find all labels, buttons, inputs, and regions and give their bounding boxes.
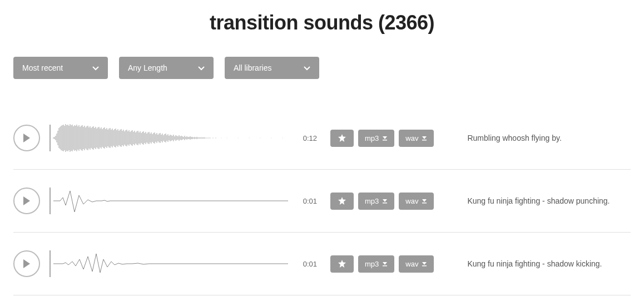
sound-row: 0:01 mp3 wav Kung fu ninja fighting - sh…: [13, 170, 631, 233]
download-mp3-button[interactable]: mp3: [358, 255, 394, 273]
chevron-down-icon: [304, 63, 310, 72]
wav-label: wav: [405, 260, 418, 268]
sound-description: Kung fu ninja fighting - shadow kicking.: [467, 259, 631, 268]
download-icon: [422, 198, 427, 204]
star-icon: [338, 260, 346, 268]
download-wav-button[interactable]: wav: [399, 193, 434, 210]
chevron-down-icon: [92, 63, 99, 72]
mp3-label: mp3: [365, 260, 379, 268]
action-buttons: mp3 wav: [330, 130, 434, 147]
sound-list: 0:12 mp3 wav Rumbling whoosh flying by.: [13, 107, 631, 295]
wav-label: wav: [405, 197, 418, 205]
sort-filter[interactable]: Most recent: [13, 57, 108, 79]
download-wav-button[interactable]: wav: [399, 255, 434, 273]
download-icon: [422, 135, 427, 141]
length-filter[interactable]: Any Length: [119, 57, 214, 79]
svg-rect-159: [422, 265, 427, 267]
svg-rect-152: [383, 140, 387, 141]
chevron-down-icon: [198, 63, 205, 72]
duration: 0:01: [295, 260, 317, 268]
download-mp3-button[interactable]: mp3: [358, 130, 394, 147]
wav-label: wav: [405, 134, 418, 142]
duration: 0:12: [295, 134, 317, 142]
sound-description: Kung fu ninja fighting - shadow punching…: [467, 196, 631, 205]
favorite-button[interactable]: [330, 193, 354, 210]
download-icon: [382, 261, 388, 267]
svg-rect-153: [422, 140, 427, 141]
svg-rect-155: [383, 203, 387, 204]
sound-description: Rumbling whoosh flying by.: [467, 134, 631, 142]
sort-filter-label: Most recent: [22, 63, 63, 72]
library-filter-label: All libraries: [234, 63, 271, 72]
action-buttons: mp3 wav: [330, 255, 434, 273]
download-mp3-button[interactable]: mp3: [358, 193, 394, 210]
play-button[interactable]: [13, 250, 40, 277]
waveform[interactable]: [49, 248, 288, 279]
waveform[interactable]: [49, 122, 288, 154]
play-icon: [22, 259, 31, 269]
svg-rect-158: [383, 265, 387, 267]
play-button[interactable]: [13, 188, 40, 214]
star-icon: [338, 197, 346, 205]
favorite-button[interactable]: [330, 130, 354, 147]
favorite-button[interactable]: [330, 255, 354, 273]
play-button[interactable]: [13, 125, 40, 151]
filter-bar: Most recent Any Length All libraries: [13, 57, 631, 79]
download-wav-button[interactable]: wav: [399, 130, 434, 147]
waveform[interactable]: [49, 185, 288, 216]
library-filter[interactable]: All libraries: [225, 57, 319, 79]
action-buttons: mp3 wav: [330, 193, 434, 210]
duration: 0:01: [295, 197, 317, 205]
page-title: transition sounds (2366): [13, 11, 631, 34]
length-filter-label: Any Length: [128, 63, 167, 72]
mp3-label: mp3: [365, 134, 379, 142]
download-icon: [382, 198, 388, 204]
sound-row: 0:01 mp3 wav Kung fu ninja fighting - sh…: [13, 233, 631, 295]
star-icon: [338, 134, 346, 142]
sound-row: 0:12 mp3 wav Rumbling whoosh flying by.: [13, 107, 631, 170]
download-icon: [382, 135, 388, 141]
download-icon: [422, 261, 427, 267]
play-icon: [22, 196, 31, 206]
play-icon: [22, 133, 31, 143]
svg-rect-156: [422, 203, 427, 204]
mp3-label: mp3: [365, 197, 379, 205]
